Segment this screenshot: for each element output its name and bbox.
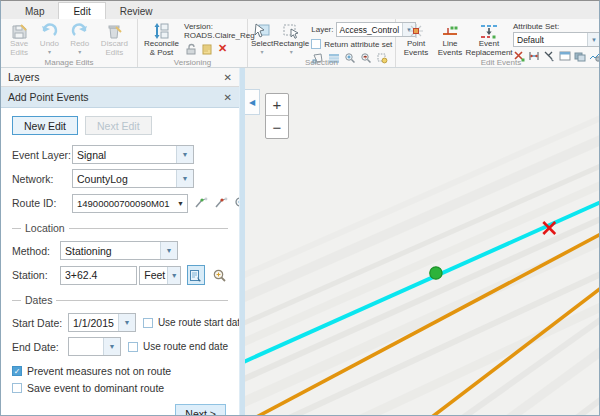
discard-edits-button[interactable]: Discard Edits [95, 21, 134, 58]
zoom-in-button[interactable]: + [266, 94, 288, 116]
add-point-events-close-icon[interactable]: ✕ [224, 92, 232, 103]
start-date-dropdown-icon[interactable]: ▼ [118, 314, 135, 331]
select-route-on-map-icon[interactable] [194, 193, 208, 213]
dominant-route-checkbox[interactable] [12, 383, 22, 393]
map-canvas[interactable]: ◀ + − [245, 68, 599, 415]
end-date-dropdown-icon[interactable]: ▼ [103, 338, 120, 355]
method-dropdown-icon[interactable]: ▼ [160, 242, 177, 259]
network-label: Network: [12, 173, 72, 185]
station-input[interactable]: 3+62.4 [60, 266, 137, 285]
route-id-dropdown-icon[interactable]: ▼ [173, 200, 187, 207]
discard-edits-icon [106, 22, 123, 40]
dates-section-separator: Dates [12, 294, 228, 306]
tab-map[interactable]: Map [11, 3, 58, 19]
version-value: ROADS.Claire_Reg [184, 31, 242, 40]
network-combobox[interactable]: CountyLog ▼ [72, 169, 194, 188]
select-button[interactable]: Select ▾ [251, 21, 273, 55]
collapse-panel-button[interactable]: ◀ [245, 89, 260, 115]
event-replacement-button[interactable]: Event Replacement [467, 21, 511, 58]
attribute-set-label: Attribute Set: [513, 22, 600, 31]
group-label-selection: Selection [248, 58, 395, 67]
undo-button[interactable]: Undo ▾ [34, 21, 64, 55]
edit-events-column: Attribute Set: Default ▼ [511, 21, 600, 63]
rectangle-dropdown-caret[interactable]: ▾ [290, 49, 293, 55]
station-unit-dropdown-icon[interactable]: ▼ [167, 267, 180, 284]
method-label: Method: [12, 245, 60, 257]
add-point-events-body: New Edit Next Edit Event Layer: Signal ▼… [1, 108, 239, 415]
point-events-button[interactable]: Point Events [399, 21, 433, 58]
dates-section-label: Dates [25, 294, 52, 306]
layer-label: Layer: [311, 25, 333, 34]
attribute-set-dropdown-icon[interactable]: ▼ [587, 33, 600, 46]
redo-icon [71, 22, 89, 40]
line-events-icon [441, 22, 459, 40]
map-zoom-control: + − [265, 93, 289, 139]
reconcile-post-button[interactable]: Reconcile & Post [141, 21, 182, 58]
layers-pane-title: Layers [8, 71, 40, 83]
ribbon: Save Edits Undo ▾ Redo ▾ Discar [1, 19, 599, 68]
map-overlay [245, 68, 599, 415]
use-route-end-date-label: Use route end date [143, 341, 228, 352]
point-events-icon [407, 22, 425, 40]
left-panel: Layers ✕ Add Point Events ✕ New Edit Nex… [1, 68, 239, 415]
event-layer-combobox[interactable]: Signal ▼ [72, 145, 194, 164]
version-label: Version: [184, 22, 242, 31]
return-attribute-set-checkbox[interactable] [311, 39, 321, 49]
group-selection: Select ▾ Rectangle ▾ Layer: Access_Contr… [248, 19, 396, 67]
rectangle-select-button[interactable]: Rectangle ▾ [273, 21, 309, 55]
collapse-left-icon: ◀ [249, 98, 255, 107]
use-route-start-date-checkbox[interactable] [143, 318, 153, 328]
save-edits-button[interactable]: Save Edits [4, 21, 34, 58]
location-section-separator: Location [12, 222, 228, 234]
layers-close-icon[interactable]: ✕ [224, 72, 232, 83]
next-edit-button[interactable]: Next Edit [85, 116, 152, 135]
route-id-combobox[interactable]: 14900000700090M01 ▼ [72, 194, 188, 213]
line-events-button[interactable]: Line Events [433, 21, 467, 58]
method-combobox[interactable]: Stationing ▼ [60, 241, 178, 260]
new-edit-button[interactable]: New Edit [12, 116, 78, 135]
attribute-set-combobox[interactable]: Default ▼ [513, 32, 600, 47]
versioning-column: Version: ROADS.Claire_Reg ✕ [182, 21, 244, 56]
tab-review[interactable]: Review [106, 3, 167, 19]
start-date-label: Start Date: [12, 317, 68, 329]
group-versioning: Reconcile & Post Version: ROADS.Claire_R… [138, 19, 248, 67]
undo-dropdown-caret[interactable]: ▾ [48, 49, 51, 55]
pick-station-from-map-button[interactable] [187, 265, 205, 285]
layers-pane-header: Layers ✕ [1, 68, 239, 87]
group-label-versioning: Versioning [138, 58, 247, 67]
redo-button[interactable]: Redo ▾ [65, 21, 95, 55]
event-layer-dropdown-icon[interactable]: ▼ [176, 146, 193, 163]
use-route-start-date-label: Use route start date [158, 317, 239, 328]
start-date-combobox[interactable]: 1/1/2015 ▼ [68, 313, 136, 332]
select-dropdown-caret[interactable]: ▾ [261, 49, 264, 55]
add-point-events-title: Add Point Events [8, 91, 89, 103]
station-unit-combobox[interactable]: Feet ▼ [139, 266, 181, 285]
use-route-end-date-checkbox[interactable] [128, 342, 138, 352]
unlock-version-icon[interactable] [184, 42, 197, 55]
aerial-road-streaks [245, 117, 599, 415]
redo-dropdown-caret[interactable]: ▾ [78, 49, 81, 55]
end-date-combobox[interactable]: ▼ [68, 337, 121, 356]
tab-edit[interactable]: Edit [58, 2, 105, 19]
group-label-edit-events: Edit Events [396, 58, 600, 67]
return-attribute-set-label: Return attribute set [324, 40, 392, 49]
locate-route-icon[interactable] [214, 193, 228, 213]
save-edits-icon [11, 22, 28, 40]
zoom-to-station-icon[interactable] [211, 265, 228, 285]
point-event-marker[interactable] [430, 267, 442, 279]
group-manage-edits: Save Edits Undo ▾ Redo ▾ Discar [1, 19, 138, 67]
zoom-out-button[interactable]: − [266, 116, 288, 138]
delete-version-icon[interactable]: ✕ [216, 42, 229, 55]
network-dropdown-icon[interactable]: ▼ [176, 170, 193, 187]
location-section-label: Location [25, 222, 65, 234]
event-layer-label: Event Layer: [12, 149, 72, 161]
prevent-measures-checkbox[interactable]: ✓ [12, 366, 22, 376]
next-button[interactable]: Next > [175, 404, 226, 415]
event-replacement-icon [479, 22, 499, 40]
dominant-route-label: Save event to dominant route [27, 382, 164, 394]
select-icon [253, 22, 271, 40]
end-date-label: End Date: [12, 341, 68, 353]
new-version-icon[interactable] [200, 42, 213, 55]
station-label: Station: [12, 269, 60, 281]
ribbon-tabbar: Map Edit Review [1, 1, 599, 19]
